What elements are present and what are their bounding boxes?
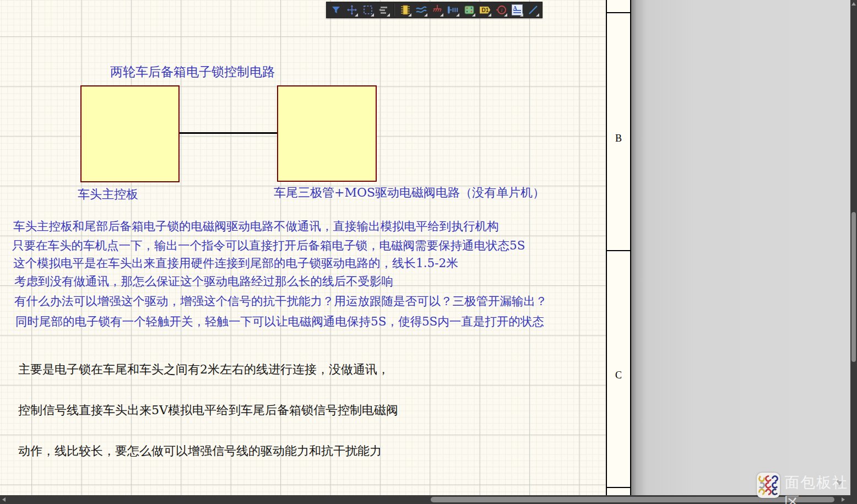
watermark-logo-icon <box>757 473 780 498</box>
note-black-line: 主要是电子锁在车尾和车头之间有2米左右的线进行连接，没做通讯， <box>18 363 398 377</box>
place-part-icon[interactable] <box>399 3 411 17</box>
note-blue-line[interactable]: 考虑到没有做通讯，那怎么保证这个驱动电路经过那么长的线后不受影响 <box>14 273 393 289</box>
align-icon[interactable] <box>378 3 389 17</box>
zone-label-c: C <box>607 370 630 381</box>
place-wire-icon[interactable] <box>415 3 427 17</box>
schematic-editor-screen: B C <box>0 0 857 504</box>
note-blue-line[interactable]: 车头主控板和尾部后备箱电子锁的电磁阀驱动电路不做通讯，直接输出模拟电平给到执行机… <box>13 218 499 234</box>
scroll-up-arrow-icon[interactable] <box>851 2 856 6</box>
place-line-icon[interactable] <box>527 3 539 17</box>
active-toolbar: D1 i A <box>326 2 543 18</box>
note-blue-line[interactable]: 同时尾部的电子锁有一个轻触开关，轻触一下可以让电磁阀通电保持5S，使得5S内一直… <box>15 313 544 329</box>
no-erc-icon[interactable]: i <box>495 3 507 17</box>
block-label-head[interactable]: 车头主控板 <box>78 186 138 203</box>
note-blue-line[interactable]: 只要在车头的车机点一下，输出一个指令可以直接打开后备箱电子锁，电磁阀需要保持通电… <box>12 237 525 253</box>
zone-divider <box>607 487 630 488</box>
filter-icon[interactable] <box>330 3 341 17</box>
note-black-line: 控制信号线直接车头出来5V模拟电平给到车尾后备箱锁信号控制电磁阀 <box>18 404 398 418</box>
note-blue-line[interactable]: 有什么办法可以增强这个驱动，增强这个信号的抗干扰能力？用运放跟随是否可以？三极管… <box>14 293 547 309</box>
zone-divider <box>607 250 630 251</box>
connection-wire[interactable] <box>180 132 277 134</box>
designator-icon[interactable]: D1 <box>479 3 491 17</box>
sheet-border-line-inner <box>606 0 607 496</box>
power-port-ground-icon[interactable] <box>431 3 443 17</box>
block-label-tail[interactable]: 车尾三极管+MOS驱动电磁阀电路（没有单片机） <box>274 185 545 201</box>
watermark: 面包板社区 mbb.eet-china.com <box>757 473 857 504</box>
svg-text:i: i <box>501 7 502 13</box>
note-black-line: 动作，线比较长，要怎么做可以增强信号线的驱动能力和抗干扰能力 <box>18 445 398 458</box>
sheet-symbol-head-controller[interactable] <box>80 85 180 182</box>
zone-label-b: B <box>607 133 630 144</box>
text-frame-icon[interactable]: A <box>511 3 523 17</box>
diagram-title[interactable]: 两轮车后备箱电子锁控制电路 <box>110 63 275 80</box>
note-blue-line[interactable]: 这个模拟电平是在车头出来直接用硬件连接到尾部的电子锁驱动电路的，线长1.5-2米 <box>13 255 458 271</box>
watermark-site-name: 面包板社区 <box>784 473 857 504</box>
sheet-symbol-tail-driver[interactable] <box>277 85 377 182</box>
designator-label: D1 <box>480 7 491 14</box>
toolbar-separator <box>394 4 395 16</box>
sheet-zone-strip <box>607 0 630 496</box>
selection-rect-icon[interactable] <box>362 3 373 17</box>
move-cursor-icon[interactable] <box>346 3 357 17</box>
probe-icon[interactable] <box>447 3 459 17</box>
vertical-scrollbar-thumb[interactable] <box>851 212 856 362</box>
workspace-background <box>631 0 850 504</box>
scroll-left-arrow-icon[interactable] <box>2 497 6 502</box>
zone-divider <box>607 12 630 13</box>
note-black-paragraph[interactable]: 主要是电子锁在车尾和车头之间有2米左右的线进行连接，没做通讯， 控制信号线直接车… <box>18 336 398 485</box>
component-body-icon[interactable] <box>463 3 475 17</box>
